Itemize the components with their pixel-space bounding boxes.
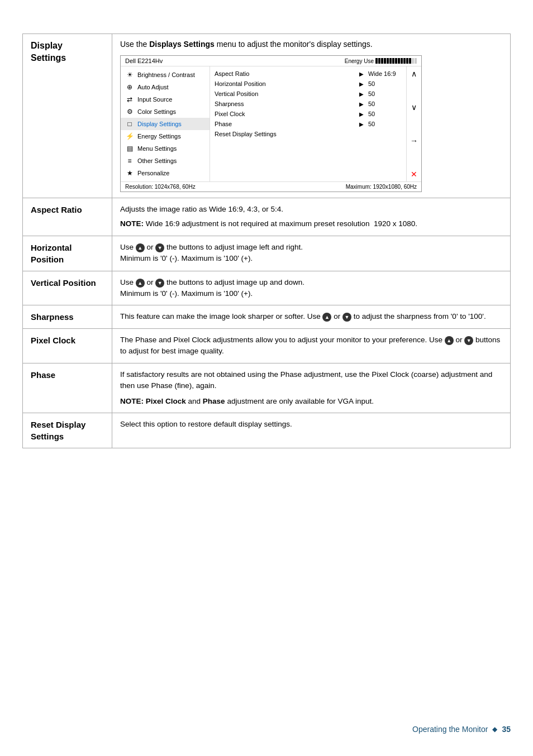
sidebar-right-button[interactable]: →: [409, 136, 419, 146]
submenu-vertical-position[interactable]: Vertical Position ▶ 50: [210, 89, 406, 99]
sharpness-row: Sharpness This feature can make the imag…: [23, 305, 511, 329]
menu-item-input-source[interactable]: ⇄ Input Source: [121, 93, 210, 106]
reset-display-settings-row: Reset DisplaySettings Select this option…: [23, 413, 511, 448]
sharpness-term: Sharpness: [23, 305, 112, 329]
menu-item-color-settings[interactable]: ⚙ Color Settings: [121, 106, 210, 118]
pixel-clock-desc: The Phase and Pixel Clock adjustments al…: [120, 334, 502, 357]
sharpness-value: 50: [368, 101, 402, 107]
menu-label-color-settings: Color Settings: [137, 108, 176, 115]
pixel-clock-bold: Pixel Clock: [146, 397, 186, 405]
energy-settings-icon: ⚡: [125, 132, 134, 141]
vertical-position-row: Vertical Position Use ▲ or ▼ the buttons…: [23, 271, 511, 305]
nav-down-icon-sh: ▼: [342, 313, 351, 322]
nav-down-icon-vp: ▼: [155, 279, 164, 288]
menu-label-other-settings: Other Settings: [137, 157, 177, 164]
brightness-icon: ☀: [125, 70, 134, 79]
submenu-phase[interactable]: Phase ▶ 50: [210, 119, 406, 129]
nav-up-icon-sh: ▲: [322, 313, 331, 322]
energy-bar: Energy Use: [345, 58, 417, 64]
submenu-aspect-ratio[interactable]: Aspect Ratio ▶ Wide 16:9: [210, 69, 406, 79]
aspect-ratio-arrow: ▶: [359, 71, 364, 77]
menu-item-auto-adjust[interactable]: ⊕ Auto Adjust: [121, 81, 210, 93]
reset-display-desc: Select this option to restore default di…: [120, 419, 502, 430]
vertical-position-content: Use ▲ or ▼ the buttons to adjust image u…: [112, 271, 511, 305]
submenu-reset-display[interactable]: Reset Display Settings: [210, 129, 406, 139]
sidebar-close-button[interactable]: ✕: [410, 169, 418, 179]
main-table: DisplaySettings Use the Displays Setting…: [22, 34, 511, 448]
aspect-ratio-desc: Adjusts the image ratio as Wide 16:9, 4:…: [120, 204, 502, 215]
energy-bar-graphic: [375, 58, 417, 64]
pixel-clock-content: The Phase and Pixel Clock adjustments al…: [112, 329, 511, 363]
menu-label-auto-adjust: Auto Adjust: [137, 84, 169, 90]
reset-display-label: Reset Display Settings: [215, 131, 402, 137]
monitor-header: Dell E2214Hv Energy Use: [121, 56, 421, 66]
menu-settings-icon: ▤: [125, 144, 134, 153]
nav-up-icon-vp: ▲: [136, 279, 145, 288]
auto-adjust-icon: ⊕: [125, 83, 134, 92]
monitor-footer: Resolution: 1024x768, 60Hz Maximum: 1920…: [121, 181, 421, 192]
menu-item-other-settings[interactable]: ≡ Other Settings: [121, 155, 210, 167]
intro-rest: menu to adjust the monitor's display set…: [215, 40, 373, 49]
phase-bold: Phase: [203, 397, 225, 405]
menu-item-personalize[interactable]: ★ Personalize: [121, 167, 210, 179]
menu-item-brightness[interactable]: ☀ Brightness / Contrast: [121, 69, 210, 81]
phase-value: 50: [368, 121, 402, 127]
display-settings-content: Use the Displays Settings menu to adjust…: [112, 34, 511, 198]
aspect-ratio-value: Wide 16:9: [368, 70, 402, 77]
monitor-ui-container: Dell E2214Hv Energy Use: [120, 55, 502, 192]
footer-text: Operating the Monitor: [412, 725, 488, 734]
intro-bold: Displays Settings: [149, 40, 215, 49]
submenu-pixel-clock[interactable]: Pixel Clock ▶ 50: [210, 109, 406, 119]
display-settings-row: DisplaySettings Use the Displays Setting…: [23, 34, 511, 198]
menu-label-display-settings: Display Settings: [137, 121, 182, 127]
phase-desc1: If satisfactory results are not obtained…: [120, 369, 502, 392]
monitor-sidebar: ∧ ∨ → ✕: [406, 66, 421, 181]
vertical-position-label: Vertical Position: [215, 90, 355, 97]
horizontal-position-content: Use ▲ or ▼ the buttons to adjust image l…: [112, 236, 511, 271]
aspect-ratio-note: NOTE: Wide 16:9 adjustment is not requir…: [120, 218, 502, 229]
menu-item-energy-settings[interactable]: ⚡ Energy Settings: [121, 130, 210, 142]
menu-item-menu-settings[interactable]: ▤ Menu Settings: [121, 142, 210, 155]
phase-arrow: ▶: [359, 121, 364, 127]
monitor-brand: Dell E2214Hv: [125, 58, 163, 64]
submenu-horizontal-position[interactable]: Horizontal Position ▶ 50: [210, 79, 406, 89]
pixel-clock-label: Pixel Clock: [215, 111, 355, 117]
menu-label-menu-settings: Menu Settings: [137, 145, 177, 152]
display-settings-intro: Use the Displays Settings menu to adjust…: [120, 40, 502, 49]
menu-label-input-source: Input Source: [137, 96, 172, 103]
horizontal-position-term: HorizontalPosition: [23, 236, 112, 271]
menu-left: ☀ Brightness / Contrast ⊕ Auto Adjust ⇄ …: [121, 66, 210, 181]
menu-item-display-settings[interactable]: □ Display Settings: [121, 118, 210, 130]
menu-label-personalize: Personalize: [137, 170, 169, 176]
page-footer: Operating the Monitor ◆ 35: [412, 725, 511, 734]
phase-row: Phase If satisfactory results are not ob…: [23, 363, 511, 413]
sidebar-up-button[interactable]: ∧: [410, 69, 418, 79]
vertical-position-value: 50: [368, 90, 402, 97]
aspect-ratio-content: Adjusts the image ratio as Wide 16:9, 4:…: [112, 198, 511, 236]
sidebar-down-button[interactable]: ∨: [410, 102, 418, 112]
nav-down-icon-pc: ▼: [464, 336, 473, 345]
submenu-sharpness[interactable]: Sharpness ▶ 50: [210, 99, 406, 109]
phase-content: If satisfactory results are not obtained…: [112, 363, 511, 413]
pixel-clock-row: Pixel Clock The Phase and Pixel Clock ad…: [23, 329, 511, 363]
monitor-body: ☀ Brightness / Contrast ⊕ Auto Adjust ⇄ …: [121, 66, 421, 181]
horizontal-position-desc: Use ▲ or ▼ the buttons to adjust image l…: [120, 242, 502, 253]
personalize-icon: ★: [125, 169, 134, 178]
page: DisplaySettings Use the Displays Setting…: [0, 0, 533, 756]
nav-up-icon-pc: ▲: [445, 336, 454, 345]
aspect-ratio-label: Aspect Ratio: [215, 70, 355, 77]
aspect-ratio-row: Aspect Ratio Adjusts the image ratio as …: [23, 198, 511, 236]
vertical-position-range: Minimum is '0' (-). Maximum is '100' (+)…: [120, 288, 502, 299]
resolution-text: Resolution: 1024x768, 60Hz: [125, 184, 196, 190]
phase-note: NOTE: Pixel Clock and Phase adjustment a…: [120, 396, 502, 407]
vertical-position-term: Vertical Position: [23, 271, 112, 305]
max-resolution-text: Maximum: 1920x1080, 60Hz: [346, 184, 417, 190]
monitor-ui: Dell E2214Hv Energy Use: [120, 55, 422, 192]
menu-label-brightness: Brightness / Contrast: [137, 71, 195, 78]
sharpness-content: This feature can make the image look sha…: [112, 305, 511, 329]
horizontal-position-arrow: ▶: [359, 81, 364, 87]
pixel-clock-term: Pixel Clock: [23, 329, 112, 363]
phase-label: Phase: [215, 121, 355, 127]
reset-display-content: Select this option to restore default di…: [112, 413, 511, 448]
note-label: NOTE:: [120, 219, 144, 228]
